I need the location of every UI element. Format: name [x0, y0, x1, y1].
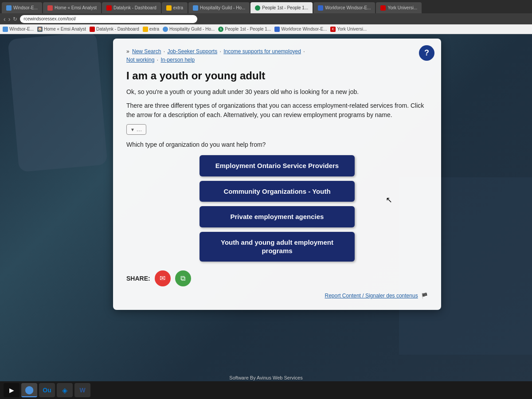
breadcrumb-arrow: » [126, 48, 129, 55]
tab-favicon-york [380, 5, 386, 11]
bookmark-york[interactable]: C York Universi... [330, 27, 367, 32]
taskbar-outlook[interactable]: Ou [39, 383, 55, 397]
question-text: Which type of organization do you want h… [126, 141, 428, 148]
bookmark-favicon-windsor [3, 27, 8, 32]
tab-favicon-emsi [47, 5, 53, 11]
bookmark-extra[interactable]: extra [143, 27, 159, 32]
software-text: Software By Avinus Web Services [229, 375, 302, 380]
tab-people1st[interactable]: People 1st - People 1... [250, 2, 313, 13]
breadcrumb-sep-4: · [157, 57, 160, 63]
tab-favicon-people1st [255, 5, 260, 11]
tab-hospitality[interactable]: Hospitality Guild - Ho... [188, 2, 250, 13]
bookmark-favicon-extra [143, 27, 148, 32]
bookmark-label-extra: extra [149, 27, 159, 31]
tab-extra[interactable]: extra [162, 2, 188, 13]
options-container: Employment Ontario Service Providers Com… [126, 155, 428, 262]
breadcrumb-income[interactable]: Income supports for unemployed [223, 48, 301, 55]
bookmark-label-workforce: Workforce Windsor-E... [281, 27, 327, 31]
report-flag-icon: 🏴 [421, 293, 428, 299]
help-icon-label: ? [424, 48, 429, 58]
option-private-agencies[interactable]: Private employment agencies [200, 206, 355, 227]
tab-favicon-extra [166, 5, 172, 11]
nav-forward-icon[interactable]: › [8, 16, 11, 23]
tab-favicon-hospitality [193, 5, 198, 11]
page-title: I am a youth or young adult [126, 70, 428, 82]
report-content-link[interactable]: Report Content / Signaler des contenus [325, 293, 418, 299]
edge-icon: ◈ [62, 386, 67, 395]
tab-york[interactable]: York Universi... [376, 2, 422, 13]
tab-label-extra: extra [173, 5, 183, 10]
tab-label-hospitality: Hospitality Guild - Ho... [200, 5, 245, 10]
breadcrumb-not-working[interactable]: Not working [126, 57, 154, 63]
tab-label-windsor: Windsor-E... [13, 5, 38, 10]
breadcrumb-in-person[interactable]: In-person help [160, 57, 195, 63]
breadcrumb-sep-1: · [164, 48, 167, 55]
share-email-button[interactable]: ✉ [155, 270, 171, 286]
tab-emsi[interactable]: Home « Emsi Analyst [43, 2, 101, 13]
chrome-icon: ⬤ [25, 385, 34, 395]
taskbar-chrome[interactable]: ⬤ [21, 383, 37, 397]
bookmark-favicon-hospitality [163, 27, 168, 32]
bookmark-favicon-emsi: 🏠 [37, 27, 43, 32]
dropdown-arrow-icon: ▼ [130, 127, 135, 132]
option-employment-ontario[interactable]: Employment Ontario Service Providers [200, 155, 355, 176]
bookmark-emsi[interactable]: 🏠 Home « Emsi Analyst [37, 27, 86, 32]
taskbar-word[interactable]: W [74, 383, 90, 397]
outlook-icon: Ou [43, 387, 51, 394]
reload-icon[interactable]: ↻ [13, 16, 17, 22]
report-section: Report Content / Signaler des contenus 🏴 [126, 293, 428, 299]
email-icon: ✉ [160, 274, 165, 282]
tab-label-workforce: Workforce Windsor-E... [325, 5, 371, 10]
word-icon: W [79, 387, 85, 394]
url-text: rcewindsoressex.com/tool/ [23, 16, 76, 21]
bookmark-label-emsi: Home « Emsi Analyst [44, 27, 86, 31]
tab-windsor[interactable]: Windsor-E... [2, 2, 42, 13]
share-copy-button[interactable]: ⧉ [175, 270, 191, 286]
tab-label-emsi: Home « Emsi Analyst [55, 5, 97, 10]
software-footer: Software By Avinus Web Services [0, 375, 532, 380]
breadcrumb: » New Search · Job-Seeker Supports · Inc… [126, 47, 428, 64]
bookmark-datalynk[interactable]: Datalynk - Dashboard [90, 27, 139, 32]
tab-label-york: York Universi... [387, 5, 417, 10]
address-bar: ‹ › ↻ rcewindsoressex.com/tool/ [0, 13, 532, 24]
help-button[interactable]: ? [419, 45, 434, 61]
bookmark-label-hospitality: Hospitality Guild - Ho... [169, 27, 215, 31]
option-youth-programs[interactable]: Youth and young adult employment program… [200, 232, 355, 262]
breadcrumb-job-seeker[interactable]: Job-Seeker Supports [167, 48, 217, 55]
bookmark-favicon-workforce [274, 27, 280, 32]
bookmark-windsor[interactable]: Windsor-E... [3, 27, 34, 32]
main-area: ? » New Search · Job-Seeker Supports · I… [0, 34, 532, 381]
tab-datalynk[interactable]: Datalynk - Dashboard [102, 2, 161, 13]
copy-icon: ⧉ [180, 274, 185, 282]
taskbar-media-player[interactable]: ▶ [4, 383, 20, 397]
taskbar-edge[interactable]: ◈ [57, 383, 73, 397]
dropdown-dots: ... [137, 126, 142, 133]
breadcrumb-new-search[interactable]: New Search [132, 48, 161, 55]
tab-favicon-workforce [318, 5, 323, 11]
content-card: ? » New Search · Job-Seeker Supports · I… [113, 39, 441, 310]
bookmark-label-windsor: Windsor-E... [9, 27, 34, 31]
bookmark-favicon-datalynk [90, 27, 95, 32]
media-icon: ▶ [9, 387, 14, 394]
tab-bar: Windsor-E... Home « Emsi Analyst Datalyn… [0, 0, 532, 13]
description-dropdown[interactable]: ▼ ... [126, 124, 146, 135]
url-bar[interactable]: rcewindsoressex.com/tool/ [20, 15, 197, 23]
taskbar: ▶ ⬤ Ou ◈ W [0, 381, 532, 399]
tab-label-people1st: People 1st - People 1... [262, 5, 308, 10]
breadcrumb-sep-3: · [303, 48, 305, 55]
breadcrumb-sep-2: · [220, 48, 223, 55]
tab-favicon-windsor [6, 5, 12, 11]
tab-favicon-datalynk [106, 5, 112, 11]
share-label: SHARE: [126, 275, 150, 282]
option-community-organizations[interactable]: Community Organizations - Youth [200, 181, 355, 202]
bookmark-label-datalynk: Datalynk - Dashboard [96, 27, 139, 31]
nav-back-icon[interactable]: ‹ [4, 16, 6, 23]
browser-chrome: Windsor-E... Home « Emsi Analyst Datalyn… [0, 0, 532, 24]
bookmarks-bar: Windsor-E... 🏠 Home « Emsi Analyst Datal… [0, 24, 532, 34]
bookmark-hospitality[interactable]: Hospitality Guild - Ho... [163, 27, 215, 32]
bookmark-favicon-people1st: 1 [218, 27, 223, 32]
bookmark-people1st[interactable]: 1 People 1st - People 1... [218, 27, 271, 32]
tab-workforce[interactable]: Workforce Windsor-E... [313, 2, 375, 13]
bookmark-favicon-york: C [330, 27, 336, 32]
bookmark-workforce[interactable]: Workforce Windsor-E... [274, 27, 327, 32]
